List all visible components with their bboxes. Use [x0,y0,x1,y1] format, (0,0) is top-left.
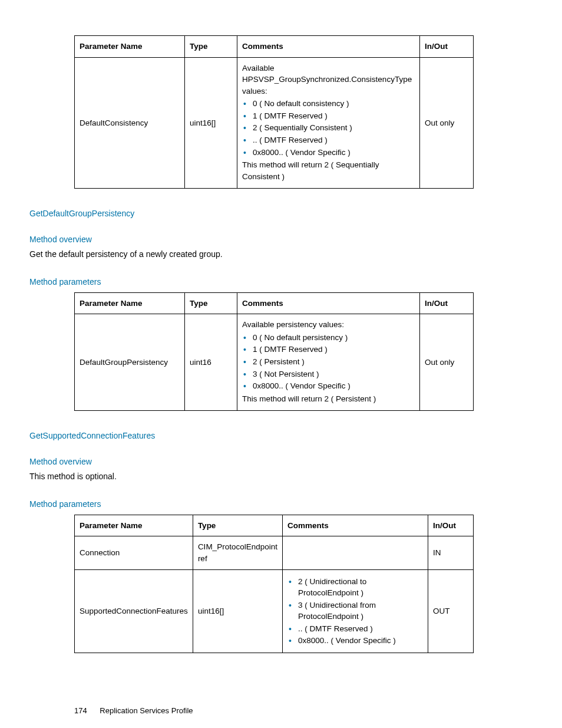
param-comments: 2 ( Unidirectional to ProtocolEndpoint )… [282,569,428,653]
col-parameter-name: Parameter Name [75,515,193,536]
comments-outro: This method will return 2 ( Sequentially… [242,159,415,182]
list-item: 1 ( DMTF Reserved ) [242,110,415,122]
section-label-method-parameters: Method parameters [29,499,474,509]
table-row: DefaultGroupPersistency uint16 Available… [75,314,474,411]
comments-intro: Available persistency values: [242,319,415,331]
section-label-method-overview: Method overview [29,457,474,466]
list-item: .. ( DMTF Reserved ) [287,623,423,635]
col-comments: Comments [237,36,420,58]
param-type: CIM_ProtocolEndpoint ref [193,536,282,569]
table-header-row: Parameter Name Type Comments In/Out [75,36,474,58]
comments-list: 2 ( Unidirectional to ProtocolEndpoint )… [287,576,423,647]
param-inout: OUT [428,569,474,653]
table-row: SupportedConnectionFeatures uint16[] 2 (… [75,569,474,653]
list-item: 0x8000.. ( Vendor Specific ) [287,635,423,647]
footer-title: Replication Services Profile [100,706,193,715]
table-header-row: Parameter Name Type Comments In/Out [75,292,474,314]
list-item: 2 ( Sequentially Consistent ) [242,122,415,134]
method-overview-text: This method is optional. [29,471,474,483]
param-type: uint16[] [185,57,237,189]
table-default-consistency: Parameter Name Type Comments In/Out Defa… [74,35,474,189]
col-type: Type [185,36,237,58]
list-item: .. ( DMTF Reserved ) [242,134,415,146]
page-footer: 174 Replication Services Profile [74,706,474,715]
table-row: DefaultConsistency uint16[] Available HP… [75,57,474,189]
list-item: 0x8000.. ( Vendor Specific ) [242,380,415,392]
col-type: Type [185,292,237,314]
param-type: uint16 [185,314,237,411]
param-name: DefaultGroupPersistency [75,314,185,411]
param-type: uint16[] [193,569,282,653]
col-type: Type [193,515,282,536]
table-default-group-persistency: Parameter Name Type Comments In/Out Defa… [74,292,474,411]
col-inout: In/Out [420,292,474,314]
col-comments: Comments [282,515,428,536]
comments-intro: Available HPSVSP_GroupSynchronized.Consi… [242,62,415,97]
col-inout: In/Out [420,36,474,58]
param-comments: Available HPSVSP_GroupSynchronized.Consi… [237,57,420,189]
list-item: 2 ( Persistent ) [242,356,415,368]
comments-outro: This method will return 2 ( Persistent ) [242,393,415,405]
table-header-row: Parameter Name Type Comments In/Out [75,515,474,536]
list-item: 1 ( DMTF Reserved ) [242,344,415,355]
comments-list: 0 ( No default consistency ) 1 ( DMTF Re… [242,98,415,158]
param-comments: Available persistency values: 0 ( No def… [237,314,420,411]
page-number: 174 [74,706,87,715]
param-name: DefaultConsistency [75,57,185,189]
list-item: 2 ( Unidirectional to ProtocolEndpoint ) [287,576,423,599]
list-item: 0x8000.. ( Vendor Specific ) [242,147,415,159]
col-parameter-name: Parameter Name [75,36,185,58]
list-item: 0 ( No default persistency ) [242,332,415,344]
param-name: Connection [75,536,193,569]
list-item: 3 ( Unidirectional from ProtocolEndpoint… [287,599,423,622]
comments-list: 0 ( No default persistency ) 1 ( DMTF Re… [242,332,415,392]
method-overview-text: Get the default persistency of a newly c… [29,249,474,261]
param-inout: IN [428,536,474,569]
section-label-method-overview: Method overview [29,235,474,244]
table-supported-connection-features: Parameter Name Type Comments In/Out Conn… [74,515,474,653]
col-parameter-name: Parameter Name [75,292,185,314]
section-title-getdefaultgrouppersistency: GetDefaultGroupPersistency [29,209,474,218]
list-item: 0 ( No default consistency ) [242,98,415,110]
col-comments: Comments [237,292,420,314]
col-inout: In/Out [428,515,474,536]
param-inout: Out only [420,57,474,189]
section-title-getsupportedconnectionfeatures: GetSupportedConnectionFeatures [29,431,474,440]
section-label-method-parameters: Method parameters [29,277,474,286]
param-inout: Out only [420,314,474,411]
param-name: SupportedConnectionFeatures [75,569,193,653]
list-item: 3 ( Not Persistent ) [242,368,415,380]
param-comments [282,536,428,569]
table-row: Connection CIM_ProtocolEndpoint ref IN [75,536,474,569]
